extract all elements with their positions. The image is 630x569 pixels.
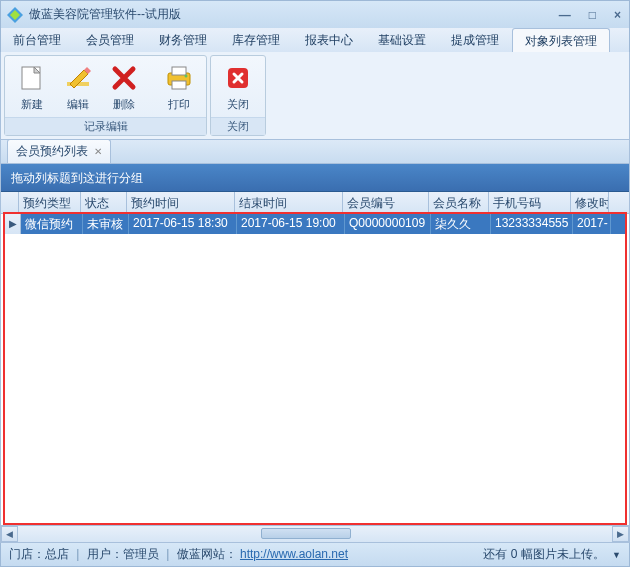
col-member-name[interactable]: 会员名称 <box>429 192 489 213</box>
table-row[interactable]: ▶ 微信预约 未审核 2017-06-15 18:30 2017-06-15 1… <box>5 214 625 234</box>
menu-finance[interactable]: 财务管理 <box>147 28 220 52</box>
scroll-right-icon[interactable]: ▶ <box>612 526 629 542</box>
menu-commission[interactable]: 提成管理 <box>439 28 512 52</box>
menu-member[interactable]: 会员管理 <box>74 28 147 52</box>
ribbon-group-close-title: 关闭 <box>211 117 265 135</box>
svg-rect-9 <box>172 81 186 89</box>
col-type[interactable]: 预约类型 <box>19 192 81 213</box>
status-left: 门店：总店 | 用户：管理员 | 傲蓝网站： http://www.aolan.… <box>9 546 348 563</box>
document-tabs: 会员预约列表 ✕ <box>0 140 630 164</box>
row-indicator-header <box>1 192 19 213</box>
scroll-thumb[interactable] <box>261 528 351 539</box>
data-grid: 拖动列标题到这进行分组 预约类型 状态 预约时间 结束时间 会员编号 会员名称 … <box>0 164 630 543</box>
col-phone[interactable]: 手机号码 <box>489 192 571 213</box>
menu-settings[interactable]: 基础设置 <box>366 28 439 52</box>
ribbon-group-edit-title: 记录编辑 <box>5 117 206 135</box>
delete-icon <box>108 62 140 94</box>
tab-close-icon[interactable]: ✕ <box>94 146 102 157</box>
tab-appointment-list[interactable]: 会员预约列表 ✕ <box>7 139 111 163</box>
new-icon <box>16 62 48 94</box>
ribbon-group-edit: 新建 编辑 删除 打印 记录编辑 <box>4 55 207 136</box>
row-indicator-icon: ▶ <box>5 214 21 234</box>
maximize-button[interactable]: □ <box>587 8 598 22</box>
col-end-time[interactable]: 结束时间 <box>235 192 343 213</box>
menu-reports[interactable]: 报表中心 <box>293 28 366 52</box>
grid-header: 预约类型 状态 预约时间 结束时间 会员编号 会员名称 手机号码 修改时 <box>1 192 629 214</box>
svg-rect-8 <box>172 67 186 75</box>
svg-point-10 <box>185 74 188 77</box>
col-modified[interactable]: 修改时 <box>571 192 609 213</box>
new-button[interactable]: 新建 <box>11 59 53 115</box>
menu-front-desk[interactable]: 前台管理 <box>1 28 74 52</box>
minimize-button[interactable]: — <box>557 8 573 22</box>
dropdown-icon[interactable]: ▼ <box>612 550 621 560</box>
col-status[interactable]: 状态 <box>81 192 127 213</box>
col-start-time[interactable]: 预约时间 <box>127 192 235 213</box>
close-window-button[interactable]: × <box>612 8 623 22</box>
menu-object-list[interactable]: 对象列表管理 <box>512 28 610 52</box>
status-right: 还有 0 幅图片未上传。 ▼ <box>483 546 621 563</box>
close-icon <box>222 62 254 94</box>
horizontal-scrollbar[interactable]: ◀ ▶ <box>1 525 629 542</box>
title-bar: 傲蓝美容院管理软件--试用版 — □ × <box>0 0 630 28</box>
website-link[interactable]: http://www.aolan.net <box>240 547 348 561</box>
menu-inventory[interactable]: 库存管理 <box>220 28 293 52</box>
scroll-left-icon[interactable]: ◀ <box>1 526 18 542</box>
ribbon-group-close: 关闭 关闭 <box>210 55 266 136</box>
edit-icon <box>62 62 94 94</box>
ribbon: 新建 编辑 删除 打印 记录编辑 关闭 关闭 <box>0 52 630 140</box>
edit-button[interactable]: 编辑 <box>57 59 99 115</box>
grid-body: ▶ 微信预约 未审核 2017-06-15 18:30 2017-06-15 1… <box>3 212 627 525</box>
delete-button[interactable]: 删除 <box>103 59 145 115</box>
close-button[interactable]: 关闭 <box>217 59 259 115</box>
print-icon <box>163 62 195 94</box>
col-member-no[interactable]: 会员编号 <box>343 192 429 213</box>
status-bar: 门店：总店 | 用户：管理员 | 傲蓝网站： http://www.aolan.… <box>0 543 630 567</box>
app-logo-icon <box>7 7 23 23</box>
menu-bar: 前台管理 会员管理 财务管理 库存管理 报表中心 基础设置 提成管理 对象列表管… <box>0 28 630 52</box>
window-title: 傲蓝美容院管理软件--试用版 <box>29 6 557 23</box>
group-by-panel[interactable]: 拖动列标题到这进行分组 <box>1 164 629 192</box>
print-button[interactable]: 打印 <box>158 59 200 115</box>
